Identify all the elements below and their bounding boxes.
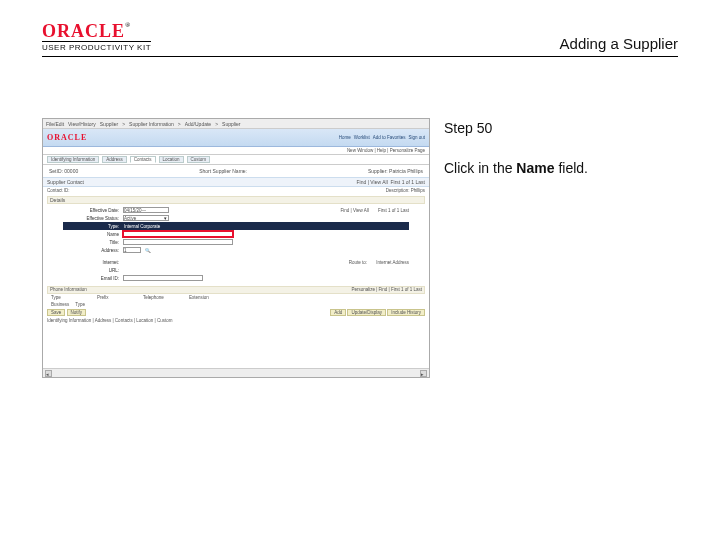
tab-custom[interactable]: Custom — [187, 156, 211, 163]
browser-menu-item: Supplier Information — [129, 121, 174, 127]
logo-text: ORACLE — [42, 21, 125, 41]
tab-address[interactable]: Address — [102, 156, 127, 163]
doc-title: Adding a Supplier — [560, 35, 678, 52]
tab-identifying[interactable]: Identifying Information — [47, 156, 99, 163]
add-button[interactable]: Add — [330, 309, 346, 316]
route-label: Route to: — [349, 260, 367, 265]
short-supplier-label: Short Supplier Name: — [199, 168, 247, 174]
notify-button[interactable]: Notify — [67, 309, 87, 316]
topnav-link[interactable]: Add to Favorites — [373, 135, 406, 140]
address-field[interactable]: 1 — [123, 247, 141, 253]
tab-contacts[interactable]: Contacts — [130, 156, 156, 163]
find-view-link[interactable]: Find | View All — [357, 179, 388, 185]
eff-date-label: Effective Date: — [63, 208, 119, 213]
name-field[interactable] — [123, 231, 233, 237]
browser-menu-item: Supplier — [222, 121, 240, 127]
eff-status-select[interactable]: Active — [123, 215, 169, 221]
address-label: Address: — [63, 248, 119, 253]
browser-menu-item: Add/Update — [185, 121, 211, 127]
find-view-link[interactable]: Find | View All — [341, 208, 369, 213]
phone-col-ext: Extension — [189, 295, 229, 300]
name-label: Name — [63, 232, 119, 237]
details-bar: Details — [47, 196, 425, 204]
action-button-row: Save Notify Add Update/Display Include H… — [43, 308, 429, 317]
tabs-row: Identifying Information Address Contacts… — [43, 155, 429, 165]
user-bar: New Window | Help | Personalize Page — [43, 147, 429, 155]
form-area: Effective Date: 04/15/20— Find | View Al… — [43, 204, 429, 284]
internet-label: Internet: — [63, 260, 119, 265]
step-text-pre: Click in the — [444, 160, 516, 176]
app-oracle-logo: ORACLE — [47, 133, 87, 142]
paging-text: First 1 of 1 Last — [391, 179, 425, 185]
tab-location[interactable]: Location — [159, 156, 184, 163]
description-value: Phillips — [411, 188, 425, 193]
supplier-value: Patricia Phillips — [389, 168, 423, 174]
brand-block: ORACLE® USER PRODUCTIVITY KIT — [42, 22, 151, 52]
browser-menu-item: File/Edit — [46, 121, 64, 127]
type-field[interactable]: Internal Corporate — [123, 223, 213, 229]
browser-menu-item: View/History — [68, 121, 96, 127]
phone-col-type: Type — [51, 295, 91, 300]
phone-band-left: Phone Information — [50, 287, 87, 293]
embedded-screenshot: File/Edit View/History Supplier > Suppli… — [42, 118, 430, 378]
title-label: Title: — [63, 240, 119, 245]
app-topnav: Home Worklist Add to Favorites Sign out — [339, 135, 425, 140]
supplier-header: SetID: 00000 Short Supplier Name: Suppli… — [43, 165, 429, 177]
phone-band-right: Personalize | Find | First 1 of 1 Last — [351, 287, 422, 293]
horizontal-scrollbar[interactable]: ◂ ▸ — [43, 368, 429, 377]
step-text-bold: Name — [516, 160, 554, 176]
step-instruction: Click in the Name field. — [444, 160, 678, 176]
supplier-label: Supplier: — [368, 168, 388, 174]
biz-type-select[interactable]: Type — [75, 302, 105, 307]
content-region: File/Edit View/History Supplier > Suppli… — [42, 118, 678, 378]
type-label: Type: — [63, 224, 119, 229]
footer-breadcrumb: Identifying Information | Address | Cont… — [43, 317, 429, 324]
instruction-column: Step 50 Click in the Name field. — [444, 118, 678, 176]
contact-id-label: Contact ID: — [47, 188, 70, 193]
phone-data-row: Business Type — [43, 301, 429, 308]
eff-date-field[interactable]: 04/15/20— — [123, 207, 169, 213]
topnav-link[interactable]: Sign out — [408, 135, 425, 140]
browser-menu-item: Supplier — [100, 121, 118, 127]
eff-status-label: Effective Status: — [63, 216, 119, 221]
doc-header: ORACLE® USER PRODUCTIVITY KIT Adding a S… — [42, 22, 678, 57]
include-history-button[interactable]: Include History — [387, 309, 425, 316]
url-label: URL: — [63, 268, 119, 273]
contacts-band-left: Supplier Contact — [47, 179, 84, 185]
topnav-link[interactable]: Home — [339, 135, 351, 140]
paging-text: First 1 of 1 Last — [378, 208, 409, 213]
setid-label: SetID: — [49, 168, 63, 174]
oracle-logo: ORACLE® — [42, 22, 151, 40]
email-label: Email ID: — [63, 276, 119, 281]
email-field[interactable] — [123, 275, 203, 281]
step-text-post: field. — [555, 160, 588, 176]
contacts-band: Supplier Contact Find | View All First 1… — [43, 177, 429, 187]
logo-tm: ® — [125, 21, 131, 29]
phone-info-band: Phone Information Personalize | Find | F… — [47, 286, 425, 294]
lookup-icon[interactable]: 🔍 — [145, 248, 151, 253]
save-button[interactable]: Save — [47, 309, 65, 316]
description-label: Description: — [386, 188, 410, 193]
phone-col-prefix: Prefix — [97, 295, 137, 300]
title-field[interactable] — [123, 239, 233, 245]
scroll-left-icon[interactable]: ◂ — [45, 370, 52, 377]
step-label: Step 50 — [444, 120, 678, 136]
scroll-right-icon[interactable]: ▸ — [420, 370, 427, 377]
app-header-band: ORACLE Home Worklist Add to Favorites Si… — [43, 129, 429, 147]
upk-subbrand: USER PRODUCTIVITY KIT — [42, 41, 151, 52]
phone-col-telephone: Telephone — [143, 295, 183, 300]
contact-line: Contact ID: Description: Phillips — [43, 187, 429, 194]
setid-value: 00000 — [64, 168, 78, 174]
phone-header-row: Type Prefix Telephone Extension — [43, 294, 429, 301]
update-display-button[interactable]: Update/Display — [347, 309, 386, 316]
topnav-link[interactable]: Worklist — [354, 135, 370, 140]
browser-chrome: File/Edit View/History Supplier > Suppli… — [43, 119, 429, 129]
route-value: Internet Address — [376, 260, 409, 265]
biz-label: Business — [51, 302, 69, 307]
